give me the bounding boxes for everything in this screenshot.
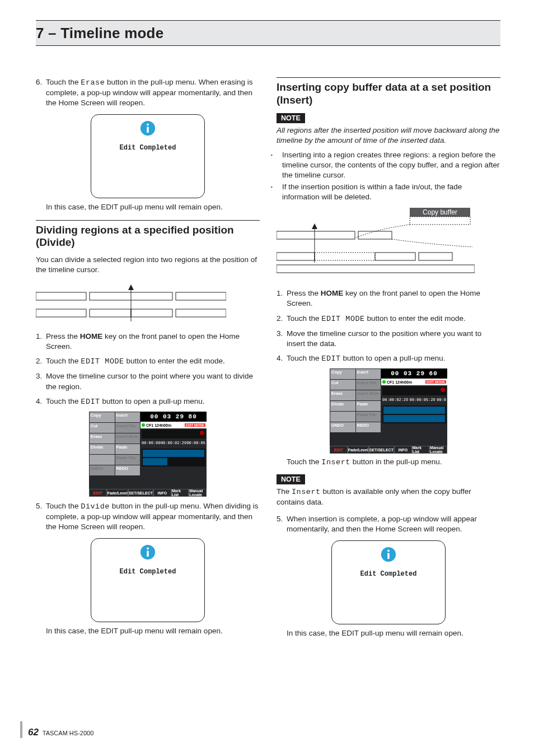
touch-insert-caption: Touch the Insert button in the pull-up m…	[287, 457, 500, 468]
note-badge-2: NOTE	[277, 474, 305, 484]
page-number: 62	[28, 727, 39, 738]
left-step6: Touch the Erase button in the pull-up me…	[46, 77, 260, 109]
popup2-caption: In this case, the EDIT pull-up menu will…	[46, 627, 260, 635]
chapter-title: 7 – Timeline mode	[36, 25, 163, 42]
divide-section-title: Dividing regions at a specified position…	[36, 224, 260, 250]
svg-rect-7	[36, 309, 86, 317]
svg-point-27	[387, 549, 390, 552]
svg-rect-9	[131, 309, 172, 317]
svg-rect-26	[387, 553, 390, 559]
edit-menu-screenshot-left: CopyInsert CutInsert File EraseInsert Mu…	[89, 412, 207, 497]
product-name: TASCAM HS-2000	[43, 730, 94, 736]
insert-bullet-2: If the insertion position is within a fa…	[282, 182, 500, 202]
divide-step1: Press the HOME key on the front panel to…	[46, 332, 260, 352]
divide-diagram	[36, 284, 226, 321]
svg-text:Copy buffer: Copy buffer	[423, 208, 457, 216]
note-badge-1: NOTE	[277, 113, 305, 123]
svg-rect-6	[176, 292, 226, 300]
popup-edit-completed-2: Edit Completed	[91, 538, 205, 622]
svg-rect-24	[277, 265, 475, 273]
svg-rect-18	[277, 231, 355, 239]
edit-menu-screenshot-right: CopyInsert CutInsert File EraseInsert Mu…	[330, 368, 447, 454]
insert-step3: Move the timeline cursor to the position…	[287, 329, 500, 349]
popup1-caption: In this case, the EDIT pull-up menu will…	[46, 203, 260, 211]
svg-point-13	[147, 547, 149, 549]
popup-edit-completed-3: Edit Completed	[331, 540, 446, 624]
insert-step4: Touch the EDIT button to open a pull-up …	[287, 353, 500, 364]
gutter-tab	[20, 721, 22, 738]
popup3-text: Edit Completed	[360, 570, 417, 578]
insert-diagram: Copy buffer	[277, 207, 475, 276]
svg-rect-10	[176, 309, 226, 317]
svg-rect-8	[90, 309, 131, 317]
popup2-text: Edit Completed	[120, 568, 176, 576]
divide-step2: Touch the EDIT MODE button to enter the …	[46, 356, 260, 367]
note1-text: All regions after the inserted position …	[277, 125, 500, 146]
divide-step5: Touch the Divide button in the pull-up m…	[46, 501, 260, 533]
svg-rect-21	[315, 253, 375, 260]
svg-rect-12	[147, 550, 149, 557]
note2-text: The Insert button is available only when…	[277, 487, 500, 507]
info-icon	[140, 544, 156, 560]
divide-step4: Touch the EDIT button to open a pull-up …	[46, 396, 260, 407]
popup3-caption: In this case, the EDIT pull-up menu will…	[287, 629, 500, 637]
divide-step3: Move the timeline cursor to the point wh…	[46, 371, 260, 391]
page-footer: 62 TASCAM HS-2000	[28, 727, 93, 738]
insert-step1: Press the HOME key on the front panel to…	[287, 288, 500, 309]
chapter-header: 7 – Timeline mode	[36, 20, 500, 46]
svg-point-2	[147, 123, 149, 125]
info-icon	[140, 120, 156, 136]
info-icon	[381, 547, 396, 562]
popup1-text: Edit Completed	[120, 144, 176, 152]
insert-step2: Touch the EDIT MODE button to enter the …	[287, 314, 500, 324]
insert-section-title: Inserting copy buffer data at a set posi…	[277, 81, 500, 107]
svg-rect-4	[36, 292, 86, 300]
divide-intro: You can divide a selected region into tw…	[36, 255, 260, 275]
popup-edit-completed-1: Edit Completed	[91, 114, 205, 198]
svg-rect-1	[147, 127, 149, 133]
svg-rect-22	[375, 253, 415, 260]
svg-rect-16	[410, 217, 470, 225]
insert-bullet-1: Inserting into a region creates three re…	[282, 150, 500, 181]
svg-rect-20	[277, 253, 315, 260]
insert-step5: When insertion is complete, a pop-up win…	[287, 514, 500, 534]
svg-rect-23	[419, 253, 452, 260]
